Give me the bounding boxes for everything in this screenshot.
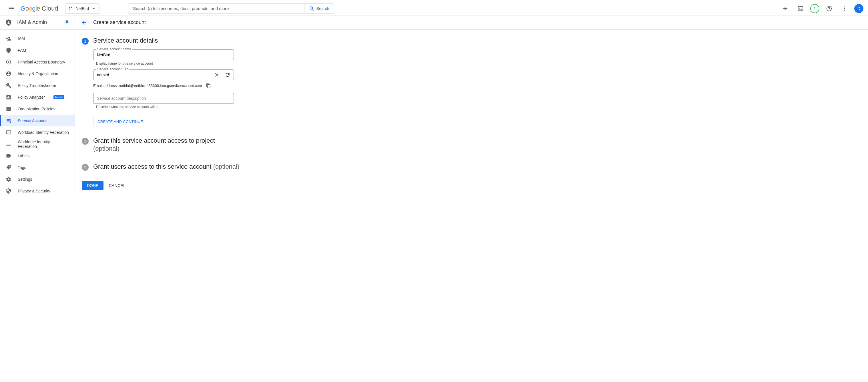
new-badge: NEW <box>54 95 64 99</box>
sidebar-item-policy-analyzer[interactable]: Policy AnalyzerNEW <box>0 91 74 103</box>
svg-point-2 <box>69 8 70 9</box>
help-button[interactable] <box>824 3 835 14</box>
sidebar-item-label: Identity & Organization <box>18 71 58 76</box>
sidebar-item-workload-identity-federation[interactable]: Workload Identity Federation <box>0 126 74 138</box>
copy-email-button[interactable] <box>206 83 211 88</box>
cloud-wordmark: Cloud <box>42 5 58 12</box>
clear-id-button[interactable] <box>213 71 221 79</box>
svg-point-9 <box>9 121 11 123</box>
sidebar-item-service-accounts[interactable]: Service Accounts <box>0 115 74 126</box>
step-1-number: 1 <box>82 38 89 44</box>
help-icon <box>826 5 832 12</box>
sidebar-item-label: Principal Access Boundary <box>18 60 65 64</box>
step-1-body: Service account name Display name for th… <box>82 50 275 137</box>
service-account-description-input[interactable] <box>93 93 234 104</box>
workforce-icon <box>6 141 11 147</box>
description-field-wrap <box>93 93 275 104</box>
notifications-button[interactable]: 1 <box>810 4 819 13</box>
terminal-icon <box>797 5 804 12</box>
create-and-continue-button[interactable]: CREATE AND CONTINUE <box>93 117 147 126</box>
gemini-button[interactable] <box>779 3 791 14</box>
sidebar-item-organization-policies[interactable]: Organization Policies <box>0 103 74 115</box>
cancel-button[interactable]: CANCEL <box>108 183 125 188</box>
step-1-title: Service account details <box>93 37 275 45</box>
svg-point-0 <box>69 7 70 8</box>
sidebar-item-label: Service Accounts <box>18 118 48 123</box>
nav-menu-button[interactable] <box>5 2 18 15</box>
project-selector[interactable]: NetBird <box>65 3 100 14</box>
sidebar-item-iam[interactable]: IAM <box>0 33 74 44</box>
regenerate-id-button[interactable] <box>224 71 231 79</box>
avatar-letter: D <box>858 6 860 11</box>
account-icon <box>6 71 11 76</box>
sidebar-item-settings[interactable]: Settings <box>0 173 74 185</box>
search-input[interactable] <box>128 4 304 13</box>
email-address-text: Email address: netbird@netbird-433300.ia… <box>93 84 202 88</box>
google-cloud-logo[interactable]: Google Cloud <box>21 5 58 12</box>
copy-icon <box>206 83 211 88</box>
step-3-number: 3 <box>82 164 89 171</box>
done-button[interactable]: DONE <box>82 181 103 190</box>
step-connector-line <box>85 50 85 137</box>
sidebar-item-label: Policy Troubleshooter <box>18 83 56 88</box>
sidebar-item-principal-access-boundary[interactable]: Principal Access Boundary <box>0 56 74 68</box>
description-field-helper: Describe what this service account will … <box>96 105 275 109</box>
top-header: Google Cloud NetBird Search 1 D <box>0 0 868 15</box>
svg-point-1 <box>71 7 72 8</box>
person-add-icon <box>6 36 11 41</box>
article-icon <box>6 106 11 112</box>
pin-sidebar-button[interactable] <box>64 20 69 25</box>
refresh-icon <box>225 72 230 78</box>
sparkle-icon <box>782 5 788 12</box>
sidebar-item-label: Policy Analyzer <box>18 95 45 99</box>
header-actions: 1 D <box>779 3 863 14</box>
id-field-actions <box>213 71 231 79</box>
step-3-title: Grant users access to this service accou… <box>93 163 275 171</box>
name-field-label: Service account name <box>96 47 132 51</box>
tag-icon <box>6 165 11 170</box>
content-header: Create service account <box>75 15 868 30</box>
svg-point-7 <box>844 10 845 10</box>
sidebar-item-policy-troubleshooter[interactable]: Policy Troubleshooter <box>0 79 74 91</box>
shield-icon <box>6 47 11 53</box>
sidebar-item-identity-organization[interactable]: Identity & Organization <box>0 68 74 79</box>
sidebar-item-label: Labels <box>18 154 29 158</box>
sidebar-item-labels[interactable]: Labels <box>0 150 74 162</box>
sidebar-item-label: Workforce Identity Federation <box>18 139 69 149</box>
step-connector-line <box>85 158 85 163</box>
iam-shield-icon <box>5 19 12 26</box>
step-3-optional: (optional) <box>213 163 239 170</box>
sidebar-item-label: Settings <box>18 177 32 182</box>
cloud-shell-button[interactable] <box>795 3 806 14</box>
step-2-header[interactable]: 2 Grant this service account access to p… <box>82 137 275 158</box>
service-account-icon <box>6 118 11 124</box>
svg-rect-3 <box>798 6 803 10</box>
id-field-wrap: Service account ID * <box>93 69 234 81</box>
account-avatar[interactable]: D <box>854 4 863 13</box>
sidebar-item-pam[interactable]: PAM <box>0 44 74 56</box>
sidebar-item-workforce-identity-federation[interactable]: Workforce Identity Federation <box>0 138 74 150</box>
sidebar-item-label: Workload Identity Federation <box>18 130 69 135</box>
notification-count: 1 <box>814 6 816 11</box>
sidebar-item-label: PAM <box>18 48 26 53</box>
google-wordmark: Google <box>21 5 40 12</box>
svg-point-5 <box>844 6 845 7</box>
search-button-label: Search <box>316 6 329 11</box>
arrow-back-icon <box>81 19 88 26</box>
sidebar-item-tags[interactable]: Tags <box>0 162 74 173</box>
hamburger-icon <box>8 5 15 12</box>
privacy-icon <box>6 188 11 194</box>
step-3-header[interactable]: 3 Grant users access to this service acc… <box>82 163 275 176</box>
analyzer-icon <box>6 94 11 100</box>
search-button[interactable]: Search <box>304 4 334 13</box>
back-button[interactable] <box>81 19 88 26</box>
search-icon <box>309 6 315 11</box>
step-2-title: Grant this service account access to pro… <box>93 137 275 153</box>
chevron-down-icon <box>91 6 96 11</box>
id-field-label: Service account ID * <box>96 67 129 71</box>
more-options-button[interactable] <box>839 3 850 14</box>
email-row: Email address: netbird@netbird-433300.ia… <box>93 83 275 88</box>
sidebar-item-privacy-security[interactable]: Privacy & Security <box>0 185 74 197</box>
sidebar-item-label: Organization Policies <box>18 107 56 111</box>
page-title: Create service account <box>93 20 146 26</box>
